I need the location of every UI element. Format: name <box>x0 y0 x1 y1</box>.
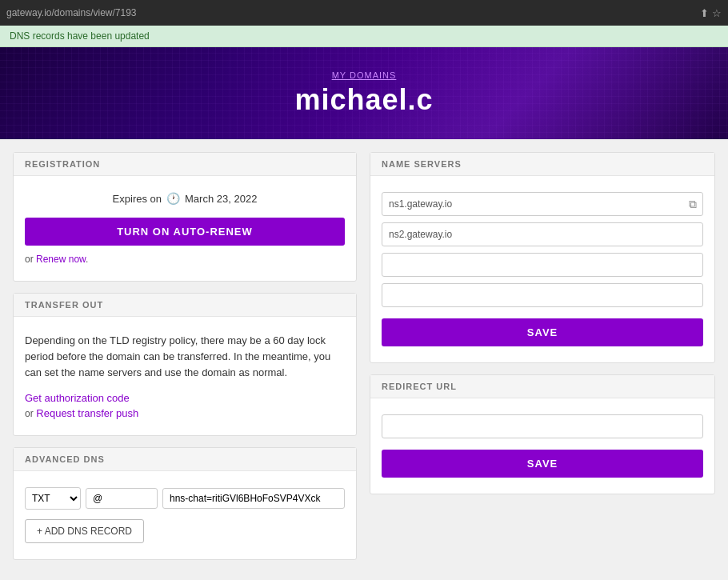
name-servers-save-button[interactable]: SAVE <box>382 318 703 346</box>
transfer-push-row: or Request transfer push <box>25 407 345 419</box>
bookmark-icon: ☆ <box>712 7 722 19</box>
domain-title: michael.c <box>294 83 433 117</box>
registration-card-header: REGISTRATION <box>14 153 356 176</box>
auto-renew-button[interactable]: TURN ON AUTO-RENEW <box>25 218 345 246</box>
main-content: REGISTRATION Expires on 🕐 March 23, 2022… <box>0 139 728 573</box>
redirect-url-card: REDIRECT URL SAVE <box>370 374 715 494</box>
ns1-row: ⧉ <box>382 192 703 216</box>
share-icon: ⬆ <box>700 7 709 19</box>
name-servers-header: NAME SERVERS <box>370 153 714 176</box>
request-transfer-push-link[interactable]: Request transfer push <box>36 407 138 419</box>
renew-link-row: or Renew now. <box>25 254 345 265</box>
clock-icon: 🕐 <box>166 192 180 205</box>
expires-date: March 23, 2022 <box>185 193 257 205</box>
dns-notification-bar: DNS records have been updated <box>0 26 728 47</box>
hero-section: MY DOMAINS michael.c <box>0 47 728 139</box>
transfer-out-body: Depending on the TLD registry policy, th… <box>14 317 356 435</box>
dns-type-select[interactable]: TXT A AAAA CNAME MX NS <box>25 487 81 510</box>
browser-url-display: gateway.io/domains/view/7193 <box>6 7 137 18</box>
expires-row: Expires on 🕐 March 23, 2022 <box>25 192 345 205</box>
name-servers-card: NAME SERVERS ⧉ SAVE <box>370 152 715 363</box>
redirect-url-save-button[interactable]: SAVE <box>382 450 703 478</box>
renew-now-link[interactable]: Renew now <box>36 254 86 265</box>
right-column: NAME SERVERS ⧉ SAVE REDIRECT URL SAVE <box>370 152 715 560</box>
registration-card: REGISTRATION Expires on 🕐 March 23, 2022… <box>13 152 357 282</box>
ns1-input[interactable] <box>382 192 703 216</box>
ns4-input[interactable] <box>382 283 703 307</box>
dns-host-input[interactable] <box>86 488 158 509</box>
advanced-dns-card: ADVANCED DNS TXT A AAAA CNAME MX NS + AD… <box>13 447 357 560</box>
get-authorization-code-link[interactable]: Get authorization code <box>25 392 345 404</box>
registration-card-body: Expires on 🕐 March 23, 2022 TURN ON AUTO… <box>14 176 356 281</box>
redirect-url-body: SAVE <box>370 398 714 494</box>
dns-value-input[interactable] <box>162 488 345 509</box>
transfer-description: Depending on the TLD registry policy, th… <box>25 333 345 381</box>
ns2-input[interactable] <box>382 222 703 246</box>
transfer-or-text: or <box>25 408 34 419</box>
ns3-input[interactable] <box>382 253 703 277</box>
renew-period: . <box>86 254 88 265</box>
browser-chrome: gateway.io/domains/view/7193 ⬆ ☆ <box>0 0 728 26</box>
renew-or-text: or <box>25 254 34 265</box>
redirect-url-input[interactable] <box>382 414 703 438</box>
redirect-url-header: REDIRECT URL <box>370 375 714 398</box>
transfer-out-card: TRANSFER OUT Depending on the TLD regist… <box>13 293 357 436</box>
advanced-dns-body: TXT A AAAA CNAME MX NS + ADD DNS RECORD <box>14 471 356 559</box>
ns1-copy-icon[interactable]: ⧉ <box>689 198 697 211</box>
transfer-out-header: TRANSFER OUT <box>14 294 356 317</box>
name-servers-body: ⧉ SAVE <box>370 176 714 362</box>
dns-notification-text: DNS records have been updated <box>10 30 150 42</box>
browser-toolbar-icons: ⬆ ☆ <box>700 7 722 19</box>
left-column: REGISTRATION Expires on 🕐 March 23, 2022… <box>13 152 357 560</box>
dns-record-row: TXT A AAAA CNAME MX NS <box>25 487 345 510</box>
advanced-dns-header: ADVANCED DNS <box>14 448 356 471</box>
my-domains-breadcrumb[interactable]: MY DOMAINS <box>332 70 397 80</box>
add-dns-record-button[interactable]: + ADD DNS RECORD <box>25 519 144 543</box>
expires-label: Expires on <box>113 193 162 205</box>
